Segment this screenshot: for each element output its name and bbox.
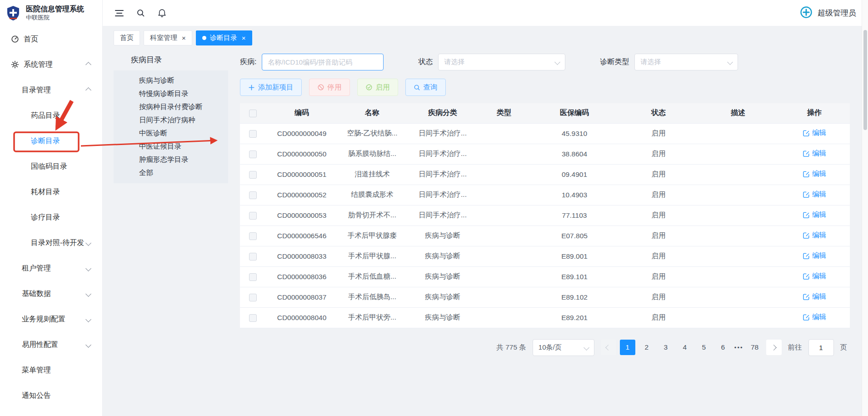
tab-1[interactable]: 首页: [114, 30, 140, 45]
dashboard-icon: [11, 35, 19, 43]
app-window: 医院信息管理系统 中联医院 首页系统管理目录管理药品目录诊断目录国临码目录耗材目…: [0, 0, 868, 416]
edit-button[interactable]: 编辑: [803, 190, 826, 199]
sidebar-item[interactable]: 诊疗目录: [0, 205, 102, 230]
page-button-last[interactable]: 78: [747, 340, 763, 355]
close-icon[interactable]: ×: [242, 35, 246, 41]
sidebar-item[interactable]: 首页: [0, 26, 102, 52]
diagnosis-type-select[interactable]: 请选择: [634, 54, 738, 70]
row-checkbox[interactable]: [249, 294, 257, 301]
prev-page-button[interactable]: [601, 340, 616, 355]
page-button[interactable]: 4: [677, 340, 693, 355]
edit-icon: [803, 191, 810, 198]
cell-category: 日间手术治疗...: [406, 144, 479, 164]
chevron-down-icon: [85, 240, 91, 246]
sidebar-item[interactable]: 易用性配置: [0, 332, 102, 357]
chevron-up-icon: [85, 62, 91, 68]
sidebar-item[interactable]: 菜单管理: [0, 357, 102, 383]
catalog-list-item[interactable]: 全部: [114, 166, 228, 179]
cell-status: 启用: [620, 185, 697, 205]
row-checkbox[interactable]: [249, 273, 257, 281]
edit-icon: [803, 252, 810, 260]
edit-label: 编辑: [812, 128, 826, 138]
select-all-checkbox[interactable]: [249, 110, 257, 117]
cell-status: 启用: [620, 246, 697, 266]
catalog-list-item[interactable]: 特慢病诊断目录: [114, 87, 228, 100]
page-size-select[interactable]: 10条/页: [533, 339, 594, 356]
edit-button[interactable]: 编辑: [803, 251, 826, 261]
cell-code: CD0000000053: [265, 205, 338, 226]
row-checkbox[interactable]: [249, 253, 257, 261]
page-button[interactable]: 3: [658, 340, 673, 355]
edit-button[interactable]: 编辑: [803, 271, 826, 281]
sidebar-item[interactable]: 诊断目录: [0, 128, 102, 154]
sidebar-item[interactable]: 国临码目录: [0, 154, 102, 179]
user-menu[interactable]: 超级管理员: [799, 5, 856, 21]
disable-button[interactable]: 停用: [309, 79, 350, 96]
page-button[interactable]: 6: [715, 340, 731, 355]
add-item-button[interactable]: 添加新项目: [240, 79, 302, 96]
tab-3[interactable]: 诊断目录×: [196, 30, 252, 45]
edit-icon: [803, 130, 810, 137]
sidebar-item[interactable]: 耗材目录: [0, 179, 102, 205]
edit-button[interactable]: 编辑: [803, 128, 826, 138]
row-select-cell: [240, 205, 265, 226]
sidebar-item[interactable]: 基础数据: [0, 281, 102, 306]
chevron-down-icon: [584, 345, 589, 351]
goto-page-input[interactable]: [808, 339, 834, 356]
edit-button[interactable]: 编辑: [803, 169, 826, 179]
collapse-menu-icon[interactable]: [115, 10, 124, 16]
catalog-list-item[interactable]: 肿瘤形态学目录: [114, 153, 228, 166]
scrollbar-track[interactable]: [862, 0, 868, 416]
catalog-list-item[interactable]: 中医诊断: [114, 126, 228, 140]
sidebar-item[interactable]: 业务规则配置: [0, 306, 102, 332]
edit-label: 编辑: [812, 190, 826, 199]
cell-type: [479, 144, 529, 164]
edit-button[interactable]: 编辑: [803, 292, 826, 301]
row-checkbox[interactable]: [249, 212, 257, 220]
row-checkbox[interactable]: [249, 130, 257, 138]
chevron-down-icon: [85, 266, 91, 271]
row-actions: 编辑: [779, 164, 850, 185]
row-checkbox[interactable]: [249, 150, 257, 158]
cell-insurance_code: E89.101: [529, 266, 620, 287]
search-icon[interactable]: [136, 9, 145, 17]
cell-name: 手术后低胰岛...: [338, 287, 406, 307]
tab-2[interactable]: 科室管理×: [144, 30, 192, 45]
cell-name: 手术后低血糖...: [338, 266, 406, 287]
disease-search-input[interactable]: [262, 54, 384, 70]
catalog-panel-title: 疾病目录: [114, 52, 228, 70]
search-button[interactable]: 查询: [405, 79, 446, 96]
page-button[interactable]: 5: [696, 340, 712, 355]
edit-button[interactable]: 编辑: [803, 231, 826, 240]
sidebar-item[interactable]: 目录管理: [0, 77, 102, 103]
row-checkbox[interactable]: [249, 314, 257, 322]
sidebar-item[interactable]: 通知公告: [0, 383, 102, 408]
row-checkbox[interactable]: [249, 232, 257, 240]
catalog-list-item[interactable]: 日间手术治疗病种: [114, 113, 228, 126]
next-page-button[interactable]: [766, 340, 782, 355]
row-actions: 编辑: [779, 287, 850, 307]
cell-insurance_code: E89.102: [529, 287, 620, 307]
edit-button[interactable]: 编辑: [803, 149, 826, 158]
catalog-list-item[interactable]: 疾病与诊断: [114, 74, 228, 87]
enable-button[interactable]: 启用: [357, 79, 398, 96]
cell-insurance_code: 45.9310: [529, 123, 620, 144]
status-select[interactable]: 请选择: [438, 54, 565, 70]
catalog-list-item[interactable]: 按病种目录付费诊断: [114, 100, 228, 113]
sidebar-item[interactable]: 租户管理: [0, 256, 102, 281]
close-icon[interactable]: ×: [182, 35, 186, 41]
cell-code: CD0000008040: [265, 307, 338, 328]
row-checkbox[interactable]: [249, 191, 257, 199]
cell-code: CD0000008037: [265, 287, 338, 307]
edit-button[interactable]: 编辑: [803, 312, 826, 322]
bell-icon[interactable]: [158, 9, 166, 17]
scrollbar-thumb[interactable]: [863, 30, 867, 130]
sidebar-item[interactable]: 目录对照-待开发: [0, 230, 102, 256]
catalog-list-item[interactable]: 中医证候目录: [114, 140, 228, 153]
sidebar-item[interactable]: 系统管理: [0, 52, 102, 77]
row-checkbox[interactable]: [249, 171, 257, 179]
edit-button[interactable]: 编辑: [803, 210, 826, 220]
page-button[interactable]: 2: [639, 340, 654, 355]
sidebar-item[interactable]: 药品目录: [0, 103, 102, 128]
page-button[interactable]: 1: [620, 340, 635, 355]
